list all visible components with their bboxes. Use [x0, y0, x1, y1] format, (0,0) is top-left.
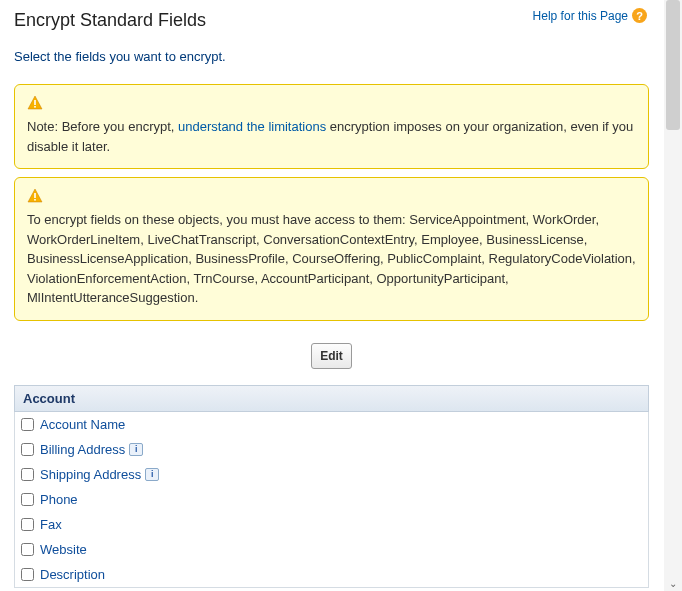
help-link[interactable]: Help for this Page ?	[533, 8, 647, 23]
chevron-down-icon[interactable]: ⌄	[668, 579, 678, 589]
field-label: Fax	[40, 517, 62, 532]
field-checkbox[interactable]	[21, 418, 34, 431]
field-checkbox[interactable]	[21, 568, 34, 581]
field-checkbox[interactable]	[21, 443, 34, 456]
understand-limitations-link[interactable]: understand the limitations	[178, 119, 326, 134]
field-checkbox[interactable]	[21, 468, 34, 481]
field-label: Phone	[40, 492, 78, 507]
field-checkbox[interactable]	[21, 543, 34, 556]
outer-scrollbar[interactable]: ⌄	[664, 0, 682, 591]
help-label: Help for this Page	[533, 9, 628, 23]
page-subtitle: Select the fields you want to encrypt.	[14, 49, 649, 64]
field-checkbox[interactable]	[21, 518, 34, 531]
field-row: Account Name	[15, 412, 648, 437]
warning-icon	[27, 188, 43, 204]
field-label: Description	[40, 567, 105, 582]
warning-access-text: To encrypt fields on these objects, you …	[27, 212, 636, 305]
edit-button[interactable]: Edit	[311, 343, 352, 369]
warning-icon	[27, 95, 43, 111]
help-icon: ?	[632, 8, 647, 23]
outer-scrollbar-thumb[interactable]	[666, 0, 680, 130]
warning-note-box: Note: Before you encrypt, understand the…	[14, 84, 649, 169]
warning-note-prefix: Note: Before you encrypt,	[27, 119, 178, 134]
field-label: Billing Address	[40, 442, 125, 457]
field-row: Billing Addressi	[15, 437, 648, 462]
svg-rect-1	[34, 106, 36, 108]
svg-rect-3	[34, 199, 36, 201]
field-row: Website	[15, 537, 648, 562]
field-checkbox[interactable]	[21, 493, 34, 506]
fields-section: Account NameBilling AddressiShipping Add…	[14, 412, 649, 588]
field-label: Account Name	[40, 417, 125, 432]
field-row: Fax	[15, 512, 648, 537]
field-row: Phone	[15, 487, 648, 512]
main-scroll-area[interactable]: Help for this Page ? Encrypt Standard Fi…	[0, 0, 663, 591]
field-row: Description	[15, 562, 648, 587]
field-label: Website	[40, 542, 87, 557]
info-icon[interactable]: i	[129, 443, 143, 456]
info-icon[interactable]: i	[145, 468, 159, 481]
field-row: Shipping Addressi	[15, 462, 648, 487]
svg-rect-0	[34, 100, 36, 105]
section-heading-account: Account	[14, 385, 649, 412]
warning-access-box: To encrypt fields on these objects, you …	[14, 177, 649, 321]
svg-rect-2	[34, 193, 36, 198]
field-label: Shipping Address	[40, 467, 141, 482]
